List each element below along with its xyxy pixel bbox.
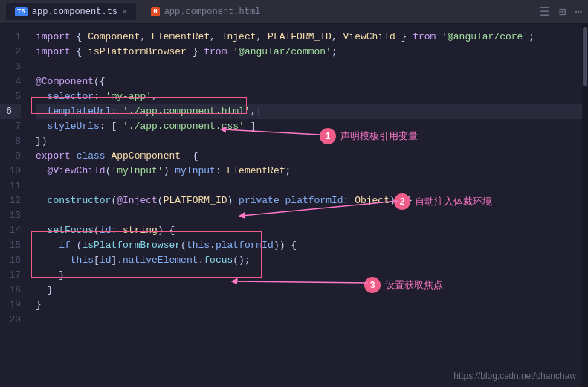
footer-url: https://blog.csdn.net/chanchaw — [453, 371, 576, 381]
code-line-13 — [36, 208, 588, 223]
code-line-10: @ViewChild('myInput') myInput: ElementRe… — [36, 164, 588, 179]
code-line-6: templateUrl: './app.component.html',| — [36, 104, 588, 119]
code-line-7: styleUrls: [ './app.component.css' ] — [36, 119, 588, 134]
app-window: TS app.component.ts ✕ H app.component.ht… — [0, 0, 588, 387]
scrollbar[interactable] — [582, 24, 588, 387]
code-line-14: setFocus(id: string) { — [36, 223, 588, 238]
code-line-16: this[id].nativeElement.focus(); — [36, 253, 588, 268]
tab-ts[interactable]: TS app.component.ts ✕ — [6, 3, 136, 20]
code-line-4: @Component({ — [36, 74, 588, 89]
editor-area: 1 2 3 4 5 6 7 8 9 10 11 12 13 14 15 16 1… — [0, 24, 588, 387]
code-line-3 — [36, 60, 588, 74]
split-editor-icon[interactable]: ⊞ — [559, 4, 566, 19]
tab-ts-close[interactable]: ✕ — [122, 6, 127, 17]
titlebar: TS app.component.ts ✕ H app.component.ht… — [0, 0, 588, 24]
line-numbers: 1 2 3 4 5 6 7 8 9 10 11 12 13 14 15 16 1… — [0, 24, 30, 387]
menu-icon[interactable]: ☰ — [540, 4, 550, 19]
code-line-2: import { isPlatformBrowser } from '@angu… — [36, 45, 588, 60]
scrollbar-thumb[interactable] — [583, 27, 587, 86]
code-line-20 — [36, 313, 588, 327]
code-line-15: if (isPlatformBrowser(this.platformId)) … — [36, 238, 588, 253]
html-icon: H — [151, 7, 159, 16]
code-line-1: import { Component, ElementRef, Inject, … — [36, 30, 588, 45]
more-icon[interactable]: ⋯ — [575, 4, 582, 19]
code-line-11 — [36, 179, 588, 194]
code-line-19: } — [36, 298, 588, 313]
code-line-12: constructor(@Inject(PLATFORM_ID) private… — [36, 194, 588, 208]
code-line-8: }) — [36, 134, 588, 149]
tab-ts-label: app.component.ts — [32, 7, 117, 17]
code-content: import { Component, ElementRef, Inject, … — [30, 24, 588, 387]
ts-icon: TS — [15, 7, 28, 16]
code-line-18: } — [36, 283, 588, 298]
tab-html-label: app.component.html — [164, 7, 261, 17]
code-line-17: } — [36, 268, 588, 283]
code-line-9: export class AppComponent { — [36, 149, 588, 164]
code-line-5: selector: 'my-app', — [36, 89, 588, 104]
tab-html[interactable]: H app.component.html — [142, 4, 269, 20]
toolbar-right: ☰ ⊞ ⋯ — [540, 4, 582, 19]
